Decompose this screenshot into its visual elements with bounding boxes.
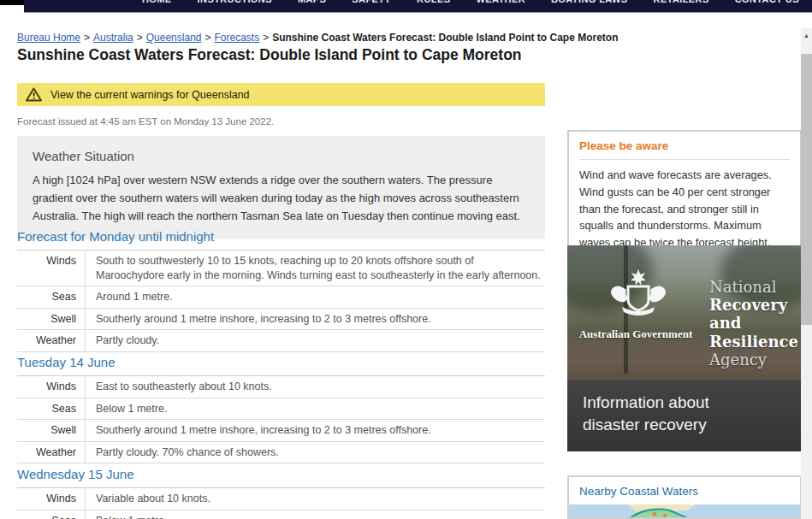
- warnings-banner[interactable]: View the current warnings for Queensland: [17, 83, 545, 106]
- row-label: Seas: [17, 398, 86, 420]
- scrollbar-thumb[interactable]: [801, 54, 812, 325]
- please-be-aware-box: Please be aware Wind and wave forecasts …: [567, 130, 802, 264]
- nav-item-rules[interactable]: RULES: [417, 0, 450, 4]
- breadcrumb-current: Sunshine Coast Waters Forecast: Double I…: [272, 32, 618, 44]
- please-be-aware-text: Wind and wave forecasts are averages. Wi…: [579, 167, 790, 251]
- warning-triangle-icon: [26, 87, 42, 102]
- banner-caption: Information about disaster recovery: [567, 380, 802, 451]
- page-title: Sunshine Coast Waters Forecast: Double I…: [17, 46, 522, 64]
- breadcrumb-separator: >: [133, 32, 146, 44]
- agency-logo-text: National Recovery and Resilience Agency: [709, 278, 802, 369]
- agency-line: National: [709, 278, 802, 296]
- forecast-row-seas: Seas Around 1 metre.: [17, 286, 545, 309]
- forecast-heading: Forecast for Monday until midnight: [17, 227, 545, 251]
- breadcrumb-australia[interactable]: Australia: [93, 32, 133, 44]
- row-value: South to southwesterly 10 to 15 knots, r…: [86, 251, 545, 286]
- forecast-row-weather: Weather Partly cloudy. 70% chance of sho…: [17, 442, 545, 464]
- row-label: Swell: [17, 420, 86, 441]
- agency-line: Recovery and: [709, 296, 802, 332]
- row-value: Partly cloudy. 70% chance of showers.: [86, 442, 545, 463]
- forecast-section-tuesday: Tuesday 14 June Winds East to southeaste…: [17, 352, 545, 463]
- weather-situation-text: A high [1024 hPa] over western NSW exten…: [33, 172, 530, 225]
- browser-corner: [0, 0, 24, 5]
- row-value: East to southeasterly about 10 knots.: [86, 376, 545, 398]
- breadcrumb: Bureau Home>Australia>Queensland>Forecas…: [17, 32, 618, 44]
- coastal-waters-map[interactable]: [569, 504, 800, 519]
- warning-banner-text: View the current warnings for Queensland: [50, 89, 250, 101]
- disaster-recovery-banner[interactable]: Australian Government National Recovery …: [567, 245, 802, 451]
- forecast-row-weather: Weather Partly cloudy.: [17, 330, 545, 352]
- nav-item-contact-us[interactable]: CONTACT US: [735, 0, 799, 4]
- row-label: Swell: [17, 309, 86, 330]
- forecast-issued-text: Forecast issued at 4:45 am EST on Monday…: [17, 116, 274, 127]
- breadcrumb-separator: >: [80, 32, 93, 44]
- forecast-row-swell: Swell Southerly around 1 metre inshore, …: [17, 309, 545, 331]
- forecast-section-wednesday: Wednesday 15 June Winds Variable about 1…: [17, 464, 545, 519]
- breadcrumb-separator: >: [201, 32, 214, 44]
- forecast-row-swell: Swell Southerly around 1 metre inshore, …: [17, 420, 545, 442]
- forecast-row-seas: Seas Below 1 metre.: [17, 510, 545, 519]
- row-value: Partly cloudy.: [86, 330, 545, 351]
- row-value: Variable about 10 knots.: [86, 488, 545, 510]
- row-value: Below 1 metre.: [86, 398, 545, 420]
- nav-item-home[interactable]: HOME: [142, 0, 172, 4]
- banner-caption-line: disaster recovery: [583, 414, 802, 436]
- nav-item-retailers[interactable]: RETAILERS: [654, 0, 709, 4]
- forecast-section-monday: Forecast for Monday until midnight Winds…: [17, 227, 545, 352]
- row-label: Seas: [17, 510, 86, 519]
- agency-line: Agency: [709, 351, 802, 369]
- nav-item-weather[interactable]: WEATHER: [476, 0, 525, 4]
- nearby-coastal-waters-heading: Nearby Coastal Waters: [569, 477, 800, 504]
- forecast-row-winds: Winds East to southeasterly about 10 kno…: [17, 376, 545, 398]
- row-label: Winds: [17, 488, 86, 510]
- nearby-coastal-waters-box: Nearby Coastal Waters: [567, 475, 802, 519]
- row-value: Around 1 metre.: [86, 286, 545, 308]
- row-value: Southerly around 1 metre inshore, increa…: [86, 309, 545, 330]
- coat-of-arms-icon: [600, 269, 677, 327]
- row-label: Winds: [17, 376, 86, 398]
- scroll-up-icon[interactable]: ▲: [801, 28, 812, 42]
- forecast-row-winds: Winds South to southwesterly 10 to 15 kn…: [17, 251, 545, 286]
- scrollbar-track[interactable]: ▲: [801, 28, 812, 519]
- page: HOME INSTRUCTIONS MAPS SAFETY RULES WEAT…: [0, 0, 812, 519]
- row-value: Below 1 metre.: [86, 510, 545, 519]
- forecast-row-winds: Winds Variable about 10 knots.: [17, 488, 545, 510]
- row-label: Weather: [17, 330, 86, 351]
- nav-item-boating-laws[interactable]: BOATING LAWS: [551, 0, 628, 4]
- agency-line: Resilience: [709, 333, 802, 351]
- top-nav: HOME INSTRUCTIONS MAPS SAFETY RULES WEAT…: [24, 0, 812, 4]
- forecast-row-seas: Seas Below 1 metre.: [17, 398, 545, 421]
- breadcrumb-queensland[interactable]: Queensland: [146, 32, 202, 44]
- row-label: Winds: [17, 251, 86, 286]
- top-nav-bar: HOME INSTRUCTIONS MAPS SAFETY RULES WEAT…: [24, 0, 812, 13]
- row-label: Weather: [17, 442, 86, 463]
- breadcrumb-forecasts[interactable]: Forecasts: [215, 32, 260, 44]
- breadcrumb-bureau-home[interactable]: Bureau Home: [17, 32, 80, 44]
- row-value: Southerly around 1 metre inshore, increa…: [86, 420, 545, 441]
- breadcrumb-separator: >: [259, 32, 272, 44]
- forecast-heading: Wednesday 15 June: [17, 464, 545, 488]
- forecast-heading: Tuesday 14 June: [17, 352, 545, 376]
- banner-caption-line: Information about: [583, 392, 802, 414]
- row-label: Seas: [17, 286, 86, 308]
- weather-situation-box: Weather Situation A high [1024 hPa] over…: [17, 136, 545, 239]
- australian-government-label: Australian Government: [567, 327, 704, 341]
- please-be-aware-heading: Please be aware: [579, 139, 790, 160]
- nav-item-instructions[interactable]: INSTRUCTIONS: [198, 0, 272, 4]
- nav-item-maps[interactable]: MAPS: [298, 0, 326, 4]
- weather-situation-heading: Weather Situation: [33, 149, 530, 163]
- nav-item-safety[interactable]: SAFETY: [352, 0, 391, 4]
